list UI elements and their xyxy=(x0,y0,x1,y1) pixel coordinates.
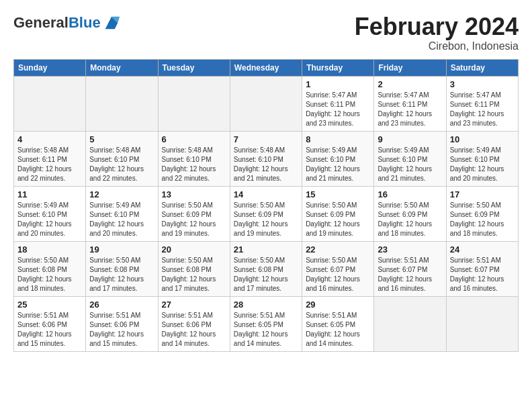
day-number: 14 xyxy=(234,189,298,199)
day-info: Sunrise: 5:51 AM Sunset: 6:05 PM Dayligh… xyxy=(306,311,370,349)
calendar-cell: 2Sunrise: 5:47 AM Sunset: 6:11 PM Daylig… xyxy=(374,76,446,131)
calendar-table: Sunday Monday Tuesday Wednesday Thursday… xyxy=(13,59,519,352)
calendar-cell: 25Sunrise: 5:51 AM Sunset: 6:06 PM Dayli… xyxy=(14,296,86,351)
calendar-cell: 12Sunrise: 5:49 AM Sunset: 6:10 PM Dayli… xyxy=(86,186,158,241)
location-title: Cirebon, Indonesia xyxy=(355,40,519,52)
calendar-week-5: 25Sunrise: 5:51 AM Sunset: 6:06 PM Dayli… xyxy=(14,296,519,351)
day-number: 29 xyxy=(306,300,370,310)
calendar-cell: 29Sunrise: 5:51 AM Sunset: 6:05 PM Dayli… xyxy=(302,296,374,351)
calendar-cell xyxy=(446,296,518,351)
day-info: Sunrise: 5:47 AM Sunset: 6:11 PM Dayligh… xyxy=(450,91,515,128)
day-number: 25 xyxy=(17,300,82,310)
calendar-cell: 17Sunrise: 5:50 AM Sunset: 6:09 PM Dayli… xyxy=(446,186,518,241)
day-number: 28 xyxy=(234,300,298,310)
calendar-cell: 8Sunrise: 5:49 AM Sunset: 6:10 PM Daylig… xyxy=(302,131,374,186)
day-number: 7 xyxy=(234,134,298,144)
day-number: 23 xyxy=(378,244,442,255)
day-info: Sunrise: 5:49 AM Sunset: 6:10 PM Dayligh… xyxy=(378,146,442,183)
header: GeneralBlue February 2024 Cirebon, Indon… xyxy=(13,13,519,52)
calendar-cell: 4Sunrise: 5:48 AM Sunset: 6:11 PM Daylig… xyxy=(14,131,86,186)
day-info: Sunrise: 5:48 AM Sunset: 6:11 PM Dayligh… xyxy=(17,146,82,183)
calendar-cell: 13Sunrise: 5:50 AM Sunset: 6:09 PM Dayli… xyxy=(158,186,230,241)
day-info: Sunrise: 5:51 AM Sunset: 6:07 PM Dayligh… xyxy=(450,256,515,293)
calendar-cell: 28Sunrise: 5:51 AM Sunset: 6:05 PM Dayli… xyxy=(230,296,302,351)
calendar-cell: 6Sunrise: 5:48 AM Sunset: 6:10 PM Daylig… xyxy=(158,131,230,186)
day-number: 9 xyxy=(378,134,442,144)
day-info: Sunrise: 5:51 AM Sunset: 6:07 PM Dayligh… xyxy=(378,256,442,293)
calendar-cell: 23Sunrise: 5:51 AM Sunset: 6:07 PM Dayli… xyxy=(374,241,446,296)
day-info: Sunrise: 5:51 AM Sunset: 6:05 PM Dayligh… xyxy=(234,311,298,349)
col-saturday: Saturday xyxy=(446,59,518,76)
day-number: 22 xyxy=(306,244,370,255)
calendar-body: 1Sunrise: 5:47 AM Sunset: 6:11 PM Daylig… xyxy=(14,76,519,351)
calendar-cell xyxy=(86,76,158,131)
day-number: 2 xyxy=(378,79,442,89)
day-info: Sunrise: 5:50 AM Sunset: 6:09 PM Dayligh… xyxy=(378,201,442,238)
col-monday: Monday xyxy=(86,59,158,76)
day-number: 21 xyxy=(234,244,298,255)
calendar-cell: 3Sunrise: 5:47 AM Sunset: 6:11 PM Daylig… xyxy=(446,76,518,131)
col-wednesday: Wednesday xyxy=(230,59,302,76)
day-info: Sunrise: 5:47 AM Sunset: 6:11 PM Dayligh… xyxy=(306,91,370,128)
col-thursday: Thursday xyxy=(302,59,374,76)
calendar-cell: 24Sunrise: 5:51 AM Sunset: 6:07 PM Dayli… xyxy=(446,241,518,296)
day-number: 24 xyxy=(450,244,515,255)
calendar-cell: 26Sunrise: 5:51 AM Sunset: 6:06 PM Dayli… xyxy=(86,296,158,351)
calendar-cell: 18Sunrise: 5:50 AM Sunset: 6:08 PM Dayli… xyxy=(14,241,86,296)
day-info: Sunrise: 5:51 AM Sunset: 6:06 PM Dayligh… xyxy=(162,311,226,349)
calendar-cell: 22Sunrise: 5:50 AM Sunset: 6:07 PM Dayli… xyxy=(302,241,374,296)
day-info: Sunrise: 5:48 AM Sunset: 6:10 PM Dayligh… xyxy=(234,146,298,183)
calendar-cell: 27Sunrise: 5:51 AM Sunset: 6:06 PM Dayli… xyxy=(158,296,230,351)
day-info: Sunrise: 5:50 AM Sunset: 6:09 PM Dayligh… xyxy=(306,201,370,238)
day-number: 4 xyxy=(17,134,82,144)
header-row: Sunday Monday Tuesday Wednesday Thursday… xyxy=(14,59,519,76)
day-number: 27 xyxy=(162,300,226,310)
calendar-cell: 15Sunrise: 5:50 AM Sunset: 6:09 PM Dayli… xyxy=(302,186,374,241)
day-number: 16 xyxy=(378,189,442,199)
calendar-week-1: 1Sunrise: 5:47 AM Sunset: 6:11 PM Daylig… xyxy=(14,76,519,131)
calendar-cell: 19Sunrise: 5:50 AM Sunset: 6:08 PM Dayli… xyxy=(86,241,158,296)
day-number: 26 xyxy=(89,300,154,310)
day-info: Sunrise: 5:49 AM Sunset: 6:10 PM Dayligh… xyxy=(450,146,515,183)
day-info: Sunrise: 5:48 AM Sunset: 6:10 PM Dayligh… xyxy=(162,146,226,183)
day-info: Sunrise: 5:51 AM Sunset: 6:06 PM Dayligh… xyxy=(17,311,82,349)
day-number: 8 xyxy=(306,134,370,144)
day-info: Sunrise: 5:50 AM Sunset: 6:08 PM Dayligh… xyxy=(17,256,82,293)
day-number: 6 xyxy=(162,134,226,144)
day-info: Sunrise: 5:49 AM Sunset: 6:10 PM Dayligh… xyxy=(17,201,82,238)
calendar-cell: 10Sunrise: 5:49 AM Sunset: 6:10 PM Dayli… xyxy=(446,131,518,186)
calendar-cell: 5Sunrise: 5:48 AM Sunset: 6:10 PM Daylig… xyxy=(86,131,158,186)
calendar-cell: 16Sunrise: 5:50 AM Sunset: 6:09 PM Dayli… xyxy=(374,186,446,241)
day-info: Sunrise: 5:49 AM Sunset: 6:10 PM Dayligh… xyxy=(306,146,370,183)
day-number: 17 xyxy=(450,189,515,199)
logo: GeneralBlue xyxy=(13,13,121,32)
calendar-week-2: 4Sunrise: 5:48 AM Sunset: 6:11 PM Daylig… xyxy=(14,131,519,186)
day-info: Sunrise: 5:47 AM Sunset: 6:11 PM Dayligh… xyxy=(378,91,442,128)
logo-icon xyxy=(102,13,121,32)
calendar-header: Sunday Monday Tuesday Wednesday Thursday… xyxy=(14,59,519,76)
calendar-week-3: 11Sunrise: 5:49 AM Sunset: 6:10 PM Dayli… xyxy=(14,186,519,241)
calendar-cell: 11Sunrise: 5:49 AM Sunset: 6:10 PM Dayli… xyxy=(14,186,86,241)
logo-general: General xyxy=(13,14,69,31)
title-area: February 2024 Cirebon, Indonesia xyxy=(355,13,519,52)
calendar-cell: 7Sunrise: 5:48 AM Sunset: 6:10 PM Daylig… xyxy=(230,131,302,186)
day-number: 20 xyxy=(162,244,226,255)
calendar-cell: 1Sunrise: 5:47 AM Sunset: 6:11 PM Daylig… xyxy=(302,76,374,131)
col-tuesday: Tuesday xyxy=(158,59,230,76)
day-number: 1 xyxy=(306,79,370,89)
day-info: Sunrise: 5:50 AM Sunset: 6:08 PM Dayligh… xyxy=(234,256,298,293)
day-number: 10 xyxy=(450,134,515,144)
month-title: February 2024 xyxy=(355,13,519,40)
day-number: 18 xyxy=(17,244,82,255)
day-info: Sunrise: 5:48 AM Sunset: 6:10 PM Dayligh… xyxy=(89,146,154,183)
calendar-cell xyxy=(230,76,302,131)
calendar-week-4: 18Sunrise: 5:50 AM Sunset: 6:08 PM Dayli… xyxy=(14,241,519,296)
day-number: 11 xyxy=(17,189,82,199)
col-friday: Friday xyxy=(374,59,446,76)
day-info: Sunrise: 5:50 AM Sunset: 6:09 PM Dayligh… xyxy=(450,201,515,238)
logo-blue: Blue xyxy=(69,14,101,31)
logo-text: GeneralBlue xyxy=(13,15,101,31)
day-info: Sunrise: 5:51 AM Sunset: 6:06 PM Dayligh… xyxy=(89,311,154,349)
day-info: Sunrise: 5:50 AM Sunset: 6:08 PM Dayligh… xyxy=(89,256,154,293)
calendar-cell: 9Sunrise: 5:49 AM Sunset: 6:10 PM Daylig… xyxy=(374,131,446,186)
